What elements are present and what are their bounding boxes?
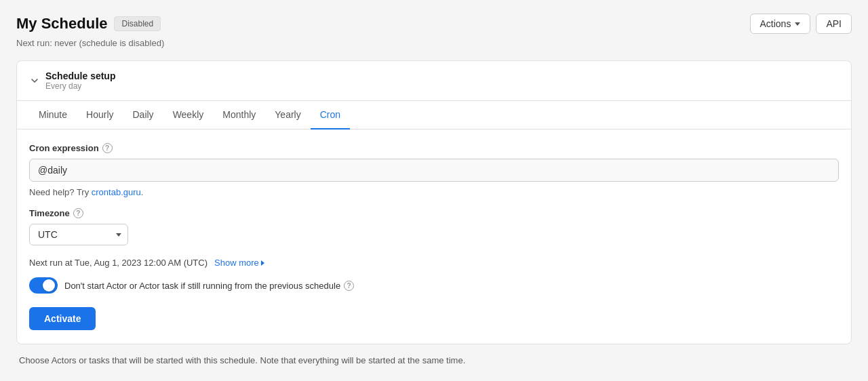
api-button[interactable]: API bbox=[816, 14, 852, 34]
tab-hourly[interactable]: Hourly bbox=[77, 101, 123, 129]
setup-title-block: Schedule setup Every day bbox=[45, 71, 115, 91]
toggle-label: Don't start Actor or Actor task if still… bbox=[64, 281, 354, 291]
show-more-label: Show more bbox=[214, 258, 259, 268]
help-prefix: Need help? Try bbox=[29, 187, 92, 197]
tabs-row: Minute Hourly Daily Weekly Monthly Yearl… bbox=[17, 101, 851, 129]
timezone-label: Timezone ? bbox=[29, 208, 839, 218]
header-actions: Actions API bbox=[750, 14, 852, 34]
status-badge: Disabled bbox=[114, 16, 161, 31]
show-more-link[interactable]: Show more bbox=[214, 258, 264, 268]
toggle-row: Don't start Actor or Actor task if still… bbox=[29, 277, 839, 294]
help-suffix: . bbox=[141, 187, 144, 197]
setup-title: Schedule setup bbox=[45, 71, 115, 81]
page-title: My Schedule bbox=[16, 15, 107, 33]
timezone-help-icon[interactable]: ? bbox=[73, 208, 83, 218]
actions-button[interactable]: Actions bbox=[750, 14, 811, 34]
toggle-label-text: Don't start Actor or Actor task if still… bbox=[64, 281, 340, 291]
setup-subtitle: Every day bbox=[45, 81, 115, 91]
tab-monthly[interactable]: Monthly bbox=[213, 101, 265, 129]
timezone-select-wrap: UTC US/Eastern US/Pacific Europe/London … bbox=[29, 224, 128, 245]
next-run-text: Next run at Tue, Aug 1, 2023 12:00 AM (U… bbox=[29, 258, 208, 268]
schedule-setup-header[interactable]: Schedule setup Every day bbox=[17, 61, 851, 101]
actions-label: Actions bbox=[760, 18, 791, 29]
cron-expression-label: Cron expression ? bbox=[29, 143, 839, 153]
activate-button[interactable]: Activate bbox=[29, 307, 96, 330]
bottom-note: Choose Actors or tasks that will be star… bbox=[16, 355, 852, 365]
timezone-select[interactable]: UTC US/Eastern US/Pacific Europe/London … bbox=[29, 224, 128, 245]
crontab-guru-link[interactable]: crontab.guru bbox=[92, 187, 141, 197]
tab-weekly[interactable]: Weekly bbox=[163, 101, 214, 129]
cron-help-icon[interactable]: ? bbox=[102, 143, 113, 153]
timezone-label-text: Timezone bbox=[29, 208, 70, 218]
toggle-help-icon[interactable]: ? bbox=[344, 281, 354, 291]
collapse-icon bbox=[29, 75, 40, 86]
main-card: Schedule setup Every day Minute Hourly D… bbox=[16, 60, 852, 344]
tab-cron[interactable]: Cron bbox=[311, 101, 350, 129]
cron-help-text: Need help? Try crontab.guru. bbox=[29, 187, 839, 197]
toggle-switch[interactable] bbox=[29, 277, 58, 294]
cron-input[interactable] bbox=[29, 159, 839, 182]
card-body: Cron expression ? Need help? Try crontab… bbox=[17, 129, 851, 344]
chevron-right-icon bbox=[261, 260, 264, 266]
chevron-down-icon bbox=[795, 22, 800, 26]
tab-yearly[interactable]: Yearly bbox=[265, 101, 310, 129]
tab-daily[interactable]: Daily bbox=[123, 101, 163, 129]
timezone-section: Timezone ? UTC US/Eastern US/Pacific Eur… bbox=[29, 208, 839, 245]
tab-minute[interactable]: Minute bbox=[29, 101, 77, 129]
cron-label-text: Cron expression bbox=[29, 143, 99, 153]
next-run-row: Next run at Tue, Aug 1, 2023 12:00 AM (U… bbox=[29, 258, 839, 268]
next-run-subtitle: Next run: never (schedule is disabled) bbox=[16, 38, 852, 48]
toggle-slider bbox=[29, 277, 58, 294]
